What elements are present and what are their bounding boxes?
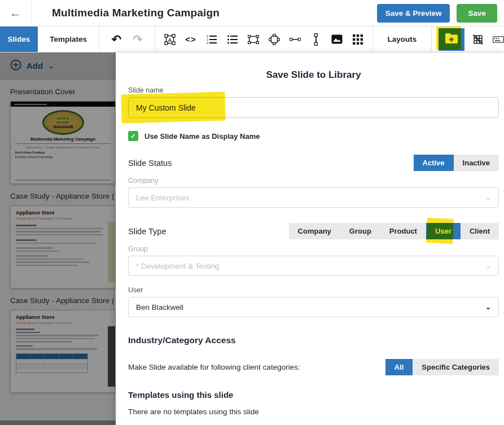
save-button-header[interactable]: Save — [457, 4, 497, 23]
svg-text:3: 3 — [207, 41, 208, 45]
industry-category-heading: Industry/Category Access — [128, 335, 499, 345]
thumbnail-header-bar — [11, 102, 115, 107]
slide-name-input[interactable] — [128, 97, 499, 118]
thumbnail-text-line — [16, 239, 37, 241]
tab-templates[interactable]: Templates — [38, 27, 100, 52]
save-and-preview-button[interactable]: Save & Preview — [377, 4, 450, 23]
chevron-down-icon: ⌄ — [485, 303, 491, 311]
thumbnail-text-line — [16, 231, 100, 233]
thumbnail-text-line — [16, 255, 48, 257]
thumbnail-text-line — [16, 265, 78, 266]
thumbnail-subtitle: People Based Campaign Case Study — [16, 321, 110, 325]
type-option-client[interactable]: Client — [461, 223, 499, 239]
dons-home-furniture-logo: DON'S HOME FURNITURE — [42, 110, 84, 135]
back-arrow-icon: ← — [10, 6, 22, 20]
grid-blocks-icon[interactable] — [352, 34, 363, 45]
thumbnail-text-line — [16, 243, 96, 244]
chevron-down-icon: ⌄ — [485, 194, 491, 201]
type-option-user[interactable]: User — [426, 223, 461, 239]
grid-off-icon[interactable] — [472, 34, 484, 45]
text-box-icon[interactable]: A — [164, 34, 176, 45]
thumbnail-text-line — [16, 251, 59, 252]
image-icon[interactable] — [331, 34, 343, 45]
slide-thumbnail-case-study-1[interactable]: Appliance Store People Based Campaign Ca… — [10, 205, 116, 288]
thumbnail-text-line — [16, 247, 54, 249]
chevron-down-icon: ⌄ — [485, 262, 491, 270]
code-icon[interactable]: <> — [185, 34, 196, 45]
slide-name-label: Slide name — [128, 86, 499, 94]
slide-thumbnail-case-study-2[interactable]: Appliance Store People Based Campaign Ca… — [10, 310, 116, 393]
undo-redo-group: ↶ ↷ — [99, 27, 155, 52]
thumbnail-text-line — [16, 328, 34, 330]
categories-availability-text: Make Slide available for following clien… — [128, 363, 300, 371]
thumbnail-text-line — [16, 234, 103, 236]
add-slide-button[interactable]: Add ⌄ — [0, 52, 116, 80]
svg-text:A: A — [168, 37, 172, 42]
insert-tools: A <> 123 — [155, 27, 373, 52]
add-label: Add — [27, 61, 43, 71]
type-option-company[interactable]: Company — [289, 223, 340, 239]
category-option-all[interactable]: All — [385, 359, 413, 375]
slide-status-label: Slide Status — [128, 159, 172, 168]
save-slide-modal: Save Slide to Library Slide name ✓ Use S… — [116, 52, 504, 425]
thumbnail-text-line — [16, 258, 84, 260]
sidebar-bottom-strip — [0, 420, 116, 425]
thumbnail-text-line — [16, 341, 72, 343]
ellipse-shape-icon[interactable] — [269, 34, 280, 45]
thumbnail-text-line — [16, 225, 37, 226]
slide-thumbnail-presentation-cover[interactable]: DON'S HOME FURNITURE Multimedia Marketin… — [10, 101, 116, 184]
redo-icon[interactable]: ↷ — [133, 33, 143, 46]
thumbnail-subtitle: Awareness: Create Awareness & Increase R… — [11, 146, 115, 149]
modal-title: Save Slide to Library — [128, 69, 499, 81]
display-name-checkbox-row[interactable]: ✓ Use Slide Name as Display Name — [128, 131, 499, 141]
slide-status-toggle: Active Inactive — [414, 155, 499, 171]
group-select[interactable]: * Development & Testing ⌄ — [128, 256, 499, 276]
bullet-list-icon[interactable] — [227, 34, 238, 45]
chevron-down-icon: ⌄ — [48, 62, 54, 70]
slide-label-presentation-cover: Presentation Cover — [0, 80, 116, 101]
rectangle-shape-icon[interactable] — [248, 34, 259, 45]
type-option-group[interactable]: Group — [340, 223, 380, 239]
editor-toolbar: Slides Templates ↶ ↷ A <> 123 — [0, 27, 504, 52]
slide-label-case-study-2: Case Study - Appliance Store ( — [0, 288, 116, 310]
folder-plus-icon — [445, 33, 458, 46]
line-connector-icon[interactable] — [290, 34, 301, 45]
thumbnail-company-lines: Don's Home Furniture Furniture & Home Fu… — [15, 151, 115, 159]
keyboard-icon[interactable] — [493, 34, 504, 45]
status-option-active[interactable]: Active — [414, 155, 454, 171]
checked-checkbox-icon[interactable]: ✓ — [128, 131, 138, 141]
user-label: User — [128, 286, 499, 294]
user-select[interactable]: Ben Blackwell ⌄ — [128, 297, 499, 317]
thumbnail-photo — [108, 326, 115, 387]
back-button[interactable]: ← — [0, 0, 32, 26]
undo-icon[interactable]: ↶ — [112, 33, 122, 46]
divider — [15, 143, 111, 144]
save-slide-to-library-button[interactable] — [439, 28, 464, 51]
thumbnail-subtitle: People Based Campaign Case Study — [16, 217, 110, 220]
thumbnail-text-line — [16, 261, 89, 263]
thumbnail-footer-line — [15, 179, 111, 181]
templates-empty-text: There are no templates using this slide — [128, 408, 499, 416]
thumbnail-title: Appliance Store — [16, 314, 110, 320]
thumbnail-photo — [108, 222, 115, 282]
thumbnail-text-line — [16, 335, 99, 336]
type-option-product[interactable]: Product — [380, 223, 426, 239]
category-access-toggle: All Specific Categories — [385, 359, 499, 375]
status-option-inactive[interactable]: Inactive — [454, 155, 499, 171]
thumbnail-title: Multimedia Marketing Campaign — [11, 137, 115, 142]
thumbnail-table — [16, 353, 88, 373]
slide-type-toggle: Company Group Product User Client — [289, 223, 499, 239]
tab-slides[interactable]: Slides — [0, 27, 38, 52]
layouts-button[interactable]: Layouts — [373, 27, 432, 52]
thumbnail-text-line — [16, 228, 103, 230]
company-select[interactable]: Lee Enterprises ⌄ — [128, 187, 499, 208]
toolbar-right-group — [432, 27, 504, 52]
category-option-specific[interactable]: Specific Categories — [413, 359, 499, 375]
vertical-line-icon[interactable] — [310, 34, 322, 45]
templates-heading: Templates using this slide — [128, 390, 499, 400]
app-header: ← Multimedia Marketing Campaign Save & P… — [0, 0, 504, 27]
company-label: Company — [128, 177, 499, 185]
display-name-checkbox-label: Use Slide Name as Display Name — [144, 132, 260, 141]
document-title: Multimedia Marketing Campaign — [52, 7, 220, 19]
ordered-list-icon[interactable]: 123 — [206, 34, 217, 45]
